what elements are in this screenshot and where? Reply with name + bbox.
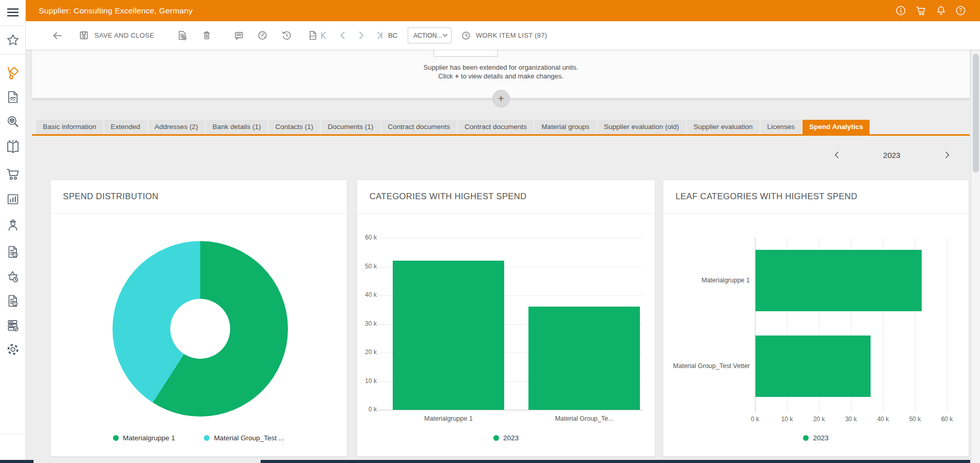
sidebar-item-vendor[interactable]: [0, 218, 26, 232]
legend-dot: [493, 435, 499, 441]
legend-item[interactable]: 2023: [803, 434, 828, 442]
tab-addresses-2[interactable]: Addresses (2): [148, 120, 205, 134]
tab-documents-1[interactable]: Documents (1): [321, 120, 380, 134]
tab-extended[interactable]: Extended: [104, 120, 147, 134]
work-item-list-button[interactable]: WORK ITEM LIST (87): [461, 21, 547, 50]
notice-line-1: Supplier has been extended for organizat…: [32, 63, 970, 71]
tab-basic-information[interactable]: Basic information: [36, 120, 103, 134]
tab-supplier-evaluation-old[interactable]: Supplier evaluation (old): [597, 120, 686, 134]
comment-icon: [233, 30, 244, 41]
sidebar-item-contracts[interactable]: [0, 90, 26, 104]
legend-item[interactable]: Materialgruppe 1: [113, 434, 175, 442]
delete-button[interactable]: [201, 21, 212, 50]
sidebar-item-suppliers-active[interactable]: [0, 65, 26, 81]
card-divider: [51, 213, 347, 214]
category-label: Materialgruppe 1: [663, 277, 750, 284]
y-axis-tick: 20 k: [358, 348, 377, 356]
bar-materialgruppe-1[interactable]: [756, 250, 922, 311]
action-dropdown[interactable]: ACTION...: [408, 27, 452, 43]
action-dropdown-label: ACTION...: [413, 32, 442, 39]
history-button[interactable]: [281, 21, 292, 50]
tab-supplier-evaluation[interactable]: Supplier evaluation: [687, 120, 760, 134]
delete-trash-icon: [201, 30, 212, 41]
history-icon: [281, 30, 292, 41]
tab-spend-analytics[interactable]: Spend Analytics: [802, 120, 870, 134]
bar-materialgruppe-1[interactable]: [393, 261, 504, 410]
contract-handshake-icon: [6, 90, 20, 104]
sidebar-item-invoices[interactable]: %: [0, 245, 26, 259]
y-axis-tick: 30 k: [358, 320, 377, 327]
legend-item[interactable]: 2023: [493, 434, 519, 442]
tab-bank-details-1[interactable]: Bank details (1): [206, 120, 268, 134]
gridline: [378, 238, 643, 238]
tab-material-groups[interactable]: Material groups: [535, 120, 596, 134]
sidebar-item-favorites[interactable]: [0, 33, 26, 47]
vbar-legend: 2023: [357, 434, 655, 442]
help-icon[interactable]: ?: [955, 5, 967, 17]
record-code-label: BC: [388, 21, 397, 50]
expand-details-button[interactable]: +: [492, 90, 510, 107]
sidebar-divider: [0, 434, 26, 434]
pdf-button[interactable]: PDF: [307, 21, 318, 50]
previous-year-button[interactable]: [833, 150, 841, 159]
next-page-button[interactable]: [356, 21, 366, 50]
vbar-plot: 0 k10 k20 k30 k40 k50 k60 kMaterialgrupp…: [357, 180, 655, 456]
tab-contacts-1[interactable]: Contacts (1): [268, 120, 320, 134]
y-axis-tick: 0 k: [358, 406, 377, 413]
donut-chart[interactable]: [113, 241, 288, 417]
app-header: Supplier: Consulting Excellence, Germany…: [26, 0, 980, 21]
back-button[interactable]: [52, 21, 63, 50]
sidebar-item-shopping-cart[interactable]: [0, 166, 26, 182]
sidebar-item-approvals[interactable]: [0, 318, 26, 333]
header-actions: ?: [895, 0, 967, 21]
cart-icon[interactable]: [914, 5, 927, 17]
footer-bar-left: [0, 460, 34, 463]
save-and-close-label: SAVE AND CLOSE: [94, 31, 154, 39]
spend-distribution-card: SPEND DISTRIBUTION Materialgruppe 1Mater…: [50, 180, 347, 457]
last-page-button[interactable]: [375, 21, 384, 50]
basket-clock-icon: [6, 269, 20, 284]
bar-material-group-test-vetter[interactable]: [756, 336, 871, 397]
sidebar-item-analytics[interactable]: [0, 192, 26, 206]
chevron-left-icon: [338, 30, 348, 40]
add-document-button[interactable]: [176, 21, 187, 50]
x-axis-tick: 30 k: [840, 416, 862, 423]
legend-item[interactable]: Material Group_Test ...: [204, 434, 284, 442]
hand-truck-icon: [5, 65, 21, 81]
y-axis-tick: 10 k: [358, 377, 377, 385]
scrollbar-thumb[interactable]: [973, 54, 979, 172]
x-axis-tick: 40 k: [872, 416, 894, 423]
x-axis-tick: 0 k: [744, 416, 766, 423]
sidebar-item-legal-documents[interactable]: §: [0, 294, 26, 308]
tab-contract-documents[interactable]: Contract documents: [381, 120, 457, 134]
sidebar-item-settings[interactable]: [0, 342, 26, 357]
sidebar-item-order-history[interactable]: [0, 269, 26, 284]
work-item-list-label: WORK ITEM LIST (87): [476, 31, 547, 39]
svg-text:?: ?: [959, 8, 962, 13]
first-page-button[interactable]: [319, 21, 329, 50]
notification-bell-icon[interactable]: [935, 5, 947, 17]
tab-licenses[interactable]: Licenses: [761, 120, 801, 134]
save-and-close-button[interactable]: SAVE AND CLOSE: [78, 21, 154, 50]
legend-label: Material Group_Test ...: [214, 434, 284, 442]
category-label: Material Group_Te...: [527, 415, 641, 422]
active-tab-underline: [32, 134, 970, 136]
tab-contract-documents[interactable]: Contract documents: [458, 120, 534, 134]
x-axis-tick: 20 k: [808, 416, 830, 423]
info-icon[interactable]: [895, 5, 907, 17]
donut-legend: Materialgruppe 1Material Group_Test ...: [51, 434, 347, 442]
prev-page-button[interactable]: [338, 21, 348, 50]
main-menu-button[interactable]: [0, 5, 26, 20]
y-axis-tick: 40 k: [358, 291, 377, 298]
category-label: Material Group_Test Vetter: [663, 362, 750, 370]
chart-title: SPEND DISTRIBUTION: [63, 191, 158, 201]
sidebar-item-item-search[interactable]: [0, 115, 26, 129]
settings-gear-icon: [5, 342, 21, 357]
next-year-button[interactable]: [943, 150, 951, 159]
comment-button[interactable]: [233, 21, 244, 50]
tab-bar: Basic informationExtendedAddresses (2)Ba…: [32, 120, 970, 134]
gauge-button[interactable]: [257, 21, 268, 50]
bar-material-group-te-[interactable]: [528, 307, 640, 410]
sidebar-item-catalog[interactable]: [0, 139, 26, 155]
vertical-scrollbar[interactable]: [971, 50, 980, 463]
